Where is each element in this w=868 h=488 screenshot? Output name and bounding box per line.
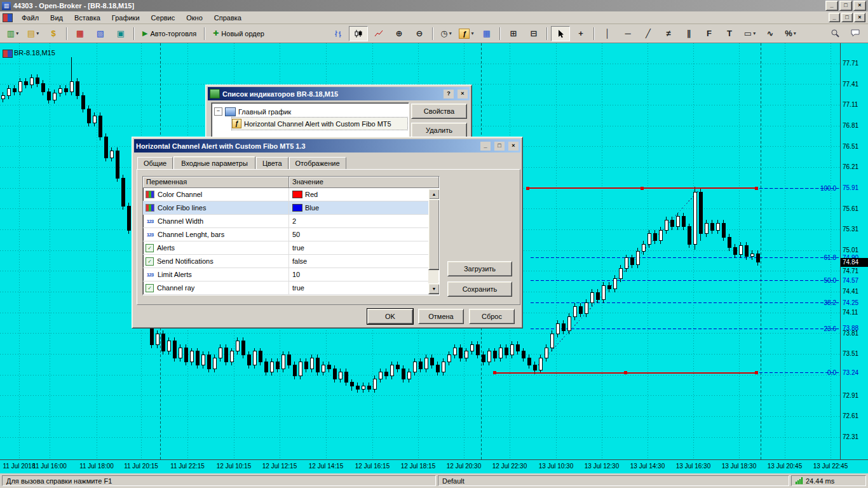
- int-param-icon: 123: [146, 272, 154, 278]
- reset-button[interactable]: Сброс: [469, 309, 515, 324]
- scroll-down-button[interactable]: ▼: [428, 283, 440, 294]
- indicators-dialog-titlebar[interactable]: Список индикаторов BR-8.18,M15 ? ×: [208, 87, 470, 100]
- menu-item-4[interactable]: Сервис: [146, 12, 181, 24]
- param-value-cell[interactable]: 50: [289, 228, 439, 241]
- parameters-table[interactable]: Переменная Значение Color ChannelRedColo…: [142, 176, 440, 295]
- polyline-button[interactable]: ∿: [761, 26, 780, 41]
- column-header-variable[interactable]: Переменная: [143, 177, 289, 188]
- menu-item-2[interactable]: Вставка: [69, 12, 106, 24]
- indicators-dialog-close-button[interactable]: ×: [458, 90, 468, 98]
- param-row-4[interactable]: ✓Alertstrue: [143, 241, 439, 255]
- tab-2[interactable]: Цвета: [256, 157, 288, 170]
- param-row-1[interactable]: Color Fibo linesBlue: [143, 201, 439, 215]
- delete-button[interactable]: Удалить: [411, 123, 467, 138]
- horizontal-line-button[interactable]: ─: [618, 26, 637, 41]
- status-profile-panel[interactable]: Default: [438, 475, 789, 486]
- grid-button[interactable]: ▦: [477, 26, 496, 41]
- time-axis[interactable]: 11 Jul 201811 Jul 16:0011 Jul 18:0011 Ju…: [0, 459, 868, 473]
- mdi-close-button[interactable]: ×: [854, 13, 865, 22]
- tab-1[interactable]: Входные параметры: [173, 156, 255, 170]
- trendline-button[interactable]: ╱: [639, 26, 658, 41]
- data-window-button[interactable]: ▦: [71, 26, 90, 41]
- menu-item-3[interactable]: Графики: [106, 12, 146, 24]
- param-row-6[interactable]: 123Limit Alerts10: [143, 268, 439, 281]
- cursor-button[interactable]: [551, 26, 570, 41]
- param-value-cell[interactable]: High/Low: [289, 295, 439, 295]
- param-row-0[interactable]: Color ChannelRed: [143, 188, 439, 201]
- close-button[interactable]: ×: [853, 1, 866, 11]
- column-header-value[interactable]: Значение: [289, 177, 439, 188]
- ok-button[interactable]: OK: [367, 309, 413, 324]
- window-titlebar[interactable]: ▥ 44303 - Open-Broker - [BR-8.18,M15] _ …: [0, 0, 868, 11]
- param-value-cell[interactable]: true: [289, 241, 439, 254]
- param-row-2[interactable]: 123Channel Width2: [143, 215, 439, 228]
- terminal-button[interactable]: ▣: [111, 26, 130, 41]
- minimize-button[interactable]: _: [825, 1, 838, 11]
- chart-mdi-icon[interactable]: [3, 13, 13, 22]
- param-value-cell[interactable]: false: [289, 255, 439, 268]
- timeframes-button[interactable]: ◷▾: [437, 26, 456, 41]
- param-row-8[interactable]: ≡Price ModeHigh/Low: [143, 295, 439, 295]
- param-value-cell[interactable]: true: [289, 281, 439, 294]
- zoom-out-button[interactable]: ⊖: [410, 26, 429, 41]
- properties-dialog-titlebar[interactable]: Horizontal Channel Alert with Custom Fib…: [134, 139, 520, 152]
- mdi-restore-button[interactable]: □: [841, 13, 853, 22]
- bool-param-icon: ✓: [146, 244, 154, 252]
- menu-item-0[interactable]: Файл: [16, 12, 44, 24]
- load-button[interactable]: Загрузить: [447, 261, 512, 276]
- bar-chart-button[interactable]: [329, 26, 348, 41]
- new-chart-button[interactable]: ▥▾: [3, 26, 22, 41]
- cancel-button[interactable]: Отмена: [418, 309, 464, 324]
- market-watch-button[interactable]: $: [44, 26, 63, 41]
- param-value-cell[interactable]: Red: [289, 188, 439, 201]
- crosshair-button[interactable]: +: [571, 26, 590, 41]
- restore-button[interactable]: □: [839, 1, 852, 11]
- tree-item-indicator[interactable]: ƒ Horizontal Channel Alert with Custom F…: [232, 118, 407, 130]
- autotrade-button[interactable]: ▶Авто-торговля: [138, 26, 201, 41]
- line-chart-button[interactable]: [369, 26, 388, 41]
- help-button[interactable]: ?: [444, 90, 454, 98]
- properties-button[interactable]: Свойства: [411, 104, 467, 119]
- menu-item-1[interactable]: Вид: [44, 12, 69, 24]
- param-row-3[interactable]: 123Channel Lenght, bars50: [143, 228, 439, 241]
- shapes-button[interactable]: ▭▾: [740, 26, 759, 41]
- navigator-button[interactable]: ▧: [91, 26, 110, 41]
- properties-close-button[interactable]: ×: [508, 142, 519, 151]
- tile-windows-button[interactable]: ⊞: [504, 26, 523, 41]
- chat-button[interactable]: [846, 26, 865, 41]
- fibo-axis-label: 73.24: [843, 369, 858, 376]
- menu-item-5[interactable]: Окно: [180, 12, 208, 24]
- properties-minimize-button[interactable]: _: [480, 142, 491, 151]
- channel-button[interactable]: ∥: [679, 26, 698, 41]
- indicators-button[interactable]: ƒ▾: [457, 26, 476, 41]
- percent-button[interactable]: %▾: [781, 26, 800, 41]
- fibo-button[interactable]: ≠: [659, 26, 678, 41]
- status-connection-panel[interactable]: 24.44 ms: [791, 475, 866, 486]
- param-row-5[interactable]: ✓Send Notificationsfalse: [143, 255, 439, 268]
- zoom-in-button[interactable]: ⊕: [390, 26, 409, 41]
- param-value-cell[interactable]: 10: [289, 268, 439, 281]
- tree-item-main-chart[interactable]: − Главный график: [213, 105, 407, 118]
- table-scrollbar[interactable]: ▲ ▼: [428, 189, 438, 294]
- cascade-windows-button[interactable]: ⊟: [524, 26, 543, 41]
- price-axis[interactable]: 77.7177.4177.1176.8176.5176.2175.6175.31…: [840, 43, 868, 459]
- fibo-fan-button[interactable]: F: [700, 26, 719, 41]
- param-value-cell[interactable]: Blue: [289, 201, 439, 214]
- save-button[interactable]: Сохранить: [447, 281, 512, 297]
- param-value-cell[interactable]: 2: [289, 215, 439, 227]
- collapse-icon[interactable]: −: [214, 107, 222, 116]
- tab-0[interactable]: Общие: [137, 157, 173, 170]
- profiles-button[interactable]: ▤▾: [24, 26, 43, 41]
- candlestick-chart-button[interactable]: [349, 26, 368, 41]
- mdi-minimize-button[interactable]: _: [829, 13, 840, 22]
- scrollbar-thumb[interactable]: [428, 199, 440, 270]
- param-row-7[interactable]: ✓Channel raytrue: [143, 281, 439, 295]
- menu-item-6[interactable]: Справка: [208, 12, 247, 24]
- search-button[interactable]: [825, 26, 844, 41]
- new-order-button[interactable]: ✚Новый ордер: [208, 26, 269, 41]
- properties-maximize-button[interactable]: □: [494, 142, 505, 151]
- text-button[interactable]: T: [720, 26, 739, 41]
- tab-3[interactable]: Отображение: [289, 157, 346, 170]
- vertical-line-button[interactable]: │: [598, 26, 617, 41]
- scroll-up-button[interactable]: ▲: [428, 189, 440, 200]
